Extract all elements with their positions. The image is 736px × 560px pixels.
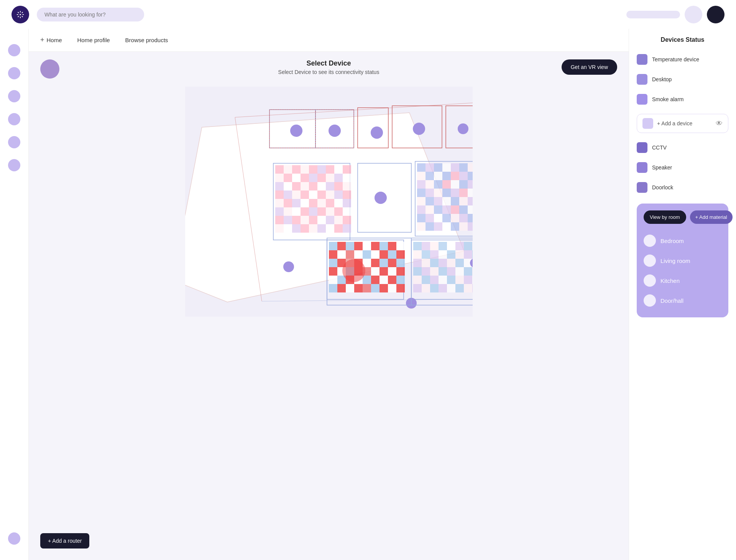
room-item-kitchen[interactable]: Kitchen	[644, 271, 721, 291]
sidebar-dot-3[interactable]	[8, 90, 20, 102]
svg-rect-144	[434, 222, 442, 231]
floor-avatar	[40, 59, 59, 79]
svg-rect-62	[334, 199, 343, 207]
sidebar-dot-6[interactable]	[8, 159, 20, 171]
svg-rect-182	[371, 267, 380, 276]
avatar-dark[interactable]	[707, 6, 724, 23]
svg-rect-128	[417, 205, 426, 214]
svg-rect-98	[459, 163, 468, 172]
svg-rect-27	[343, 165, 351, 174]
svg-rect-134	[468, 205, 473, 214]
svg-rect-218	[447, 250, 455, 259]
svg-rect-243	[455, 276, 464, 284]
vr-button[interactable]: Get an VR view	[562, 59, 617, 75]
svg-rect-87	[317, 224, 326, 233]
tab-home[interactable]: Home	[40, 34, 62, 46]
svg-rect-224	[430, 259, 439, 267]
svg-rect-39	[292, 182, 301, 190]
add-device-row[interactable]: + Add a device 👁	[637, 114, 728, 133]
svg-rect-63	[343, 199, 351, 207]
view-by-room-button[interactable]: View by room	[644, 210, 686, 224]
svg-rect-142	[417, 222, 426, 231]
logo[interactable]	[12, 6, 29, 23]
svg-rect-197	[346, 284, 354, 292]
svg-rect-132	[451, 205, 459, 214]
svg-point-0	[20, 14, 21, 15]
eye-icon[interactable]: 👁	[716, 120, 723, 128]
device-item-speaker: Speaker	[637, 161, 728, 174]
svg-rect-159	[329, 250, 337, 259]
svg-rect-232	[430, 267, 439, 276]
svg-rect-150	[329, 242, 337, 250]
svg-rect-54	[343, 190, 351, 199]
svg-rect-36	[343, 174, 351, 182]
room-item-doorhall[interactable]: Door/hall	[644, 291, 721, 310]
svg-rect-96	[442, 163, 451, 172]
svg-rect-129	[426, 205, 434, 214]
svg-rect-49	[301, 190, 309, 199]
svg-rect-184	[388, 267, 396, 276]
svg-rect-51	[317, 190, 326, 199]
svg-rect-84	[292, 224, 301, 233]
svg-rect-107	[417, 180, 426, 189]
svg-rect-176	[396, 259, 405, 267]
svg-rect-186	[329, 276, 337, 284]
add-router-button[interactable]: + Add a router	[40, 533, 89, 549]
svg-rect-193	[388, 276, 396, 284]
svg-rect-153	[354, 242, 363, 250]
svg-rect-111	[451, 180, 459, 189]
tab-browse-products[interactable]: Browse products	[125, 35, 168, 45]
sidebar-dot-5[interactable]	[8, 136, 20, 148]
svg-rect-50	[309, 190, 317, 199]
svg-rect-53	[334, 190, 343, 199]
svg-rect-32	[309, 174, 317, 182]
svg-rect-192	[380, 276, 388, 284]
svg-rect-22	[301, 165, 309, 174]
svg-rect-195	[329, 284, 337, 292]
svg-rect-55	[275, 199, 284, 207]
search-input[interactable]	[37, 8, 144, 21]
svg-rect-201	[380, 284, 388, 292]
svg-rect-64	[275, 207, 284, 216]
svg-rect-231	[422, 267, 430, 276]
svg-rect-76	[301, 216, 309, 224]
sidebar-dot-2[interactable]	[8, 67, 20, 79]
devices-status-title: Devices Status	[637, 36, 728, 43]
svg-rect-215	[422, 250, 430, 259]
svg-rect-151	[337, 242, 346, 250]
svg-rect-248	[430, 284, 439, 292]
svg-rect-162	[354, 250, 363, 259]
svg-rect-160	[337, 250, 346, 259]
room-item-livingroom[interactable]: Living room	[644, 251, 721, 271]
svg-rect-65	[284, 207, 292, 216]
svg-rect-69	[317, 207, 326, 216]
svg-rect-234	[447, 267, 455, 276]
sidebar-dot-7[interactable]	[8, 532, 20, 545]
topbar-outline-button[interactable]	[626, 11, 680, 18]
svg-rect-20	[284, 165, 292, 174]
sidebar-dot-4[interactable]	[8, 113, 20, 125]
svg-rect-82	[275, 224, 284, 233]
svg-rect-174	[380, 259, 388, 267]
tab-home-profile[interactable]: Home profile	[77, 35, 110, 45]
svg-rect-72	[343, 207, 351, 216]
svg-rect-166	[388, 250, 396, 259]
svg-rect-152	[346, 242, 354, 250]
svg-rect-196	[337, 284, 346, 292]
svg-rect-237	[472, 267, 473, 276]
svg-rect-31	[301, 174, 309, 182]
sidebar-dot-1[interactable]	[8, 44, 20, 56]
svg-line-6	[22, 16, 23, 17]
svg-rect-173	[371, 259, 380, 267]
svg-rect-99	[468, 163, 473, 172]
avatar-light[interactable]	[685, 6, 702, 23]
svg-rect-73	[275, 216, 284, 224]
svg-rect-156	[380, 242, 388, 250]
svg-rect-125	[451, 197, 459, 205]
room-item-bedroom[interactable]: Bedroom	[644, 231, 721, 251]
svg-rect-221	[472, 250, 473, 259]
svg-rect-58	[301, 199, 309, 207]
topbar-right	[626, 6, 724, 23]
svg-rect-43	[326, 182, 334, 190]
add-material-button[interactable]: + Add material	[690, 210, 733, 224]
